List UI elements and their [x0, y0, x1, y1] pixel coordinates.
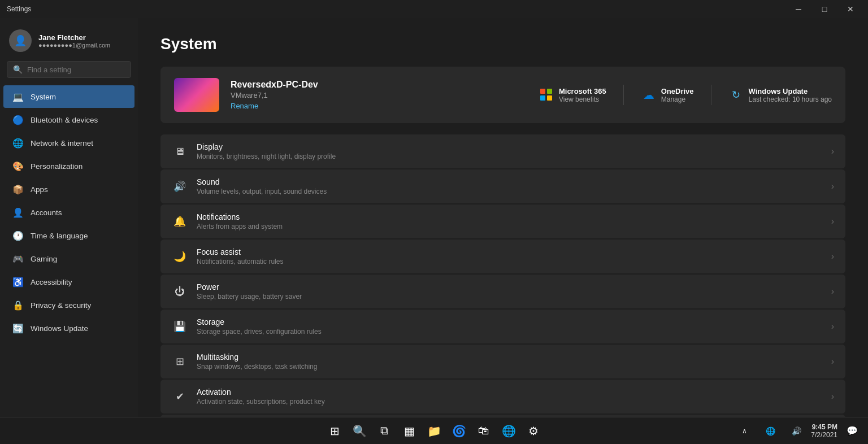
settings-desc-focusassist: Notifications, automatic rules	[197, 258, 822, 265]
settings-item-power[interactable]: ⏻ Power Sleep, battery usage, battery sa…	[160, 275, 845, 308]
sidebar-item-system[interactable]: 💻 System	[3, 85, 134, 108]
settings-desc-storage: Storage space, drives, configuration rul…	[197, 328, 822, 336]
service-item-ms365[interactable]: Microsoft 365 View benefits	[539, 85, 606, 105]
main-area: 👤 Jane Fletcher ●●●●●●●●●1@gmail.com 🔍 💻…	[0, 18, 868, 417]
service-logo-windowsupdate: ↻	[728, 87, 744, 103]
settings-text-storage: Storage Storage space, drives, configura…	[197, 317, 822, 336]
settings-item-notifications[interactable]: 🔔 Notifications Alerts from apps and sys…	[160, 204, 845, 238]
nav-icon-accessibility: ♿	[12, 276, 24, 288]
maximize-button[interactable]: □	[811, 0, 837, 18]
settings-icon-display: 🖥	[172, 143, 188, 159]
sidebar-item-time[interactable]: 🕐 Time & language	[3, 224, 134, 247]
settings-icon-storage: 💾	[172, 319, 188, 334]
sidebar-item-gaming[interactable]: 🎮 Gaming	[3, 247, 134, 270]
settings-list: 🖥 Display Monitors, brightness, night li…	[160, 134, 845, 417]
nav-label-network: Network & internet	[31, 139, 93, 147]
settings-item-sound[interactable]: 🔊 Sound Volume levels, output, input, so…	[160, 169, 845, 203]
service-item-windowsupdate[interactable]: ↻ Windows Update Last checked: 10 hours …	[728, 85, 832, 105]
taskbar-icon-taskview[interactable]: ⧉	[373, 420, 396, 442]
service-logo-onedrive: ☁	[641, 87, 657, 103]
taskbar-icon-chrome[interactable]: 🌐	[497, 420, 520, 442]
settings-icon-notifications: 🔔	[172, 214, 188, 229]
nav-label-time: Time & language	[31, 232, 88, 240]
settings-item-display[interactable]: 🖥 Display Monitors, brightness, night li…	[160, 134, 845, 168]
sidebar-item-network[interactable]: 🌐 Network & internet	[3, 132, 134, 154]
taskbar-icon-widgets[interactable]: ▦	[398, 420, 420, 442]
taskbar-notification[interactable]: 💬	[841, 420, 863, 442]
nav-icon-gaming: 🎮	[12, 253, 24, 264]
settings-item-focusassist[interactable]: 🌙 Focus assist Notifications, automatic …	[160, 240, 845, 273]
nav-label-gaming: Gaming	[31, 255, 57, 263]
minimize-button[interactable]: ─	[785, 0, 811, 18]
service-action-windowsupdate: Last checked: 10 hours ago	[749, 95, 832, 103]
service-item-onedrive[interactable]: ☁ OneDrive Manage	[641, 85, 694, 105]
nav-icon-personalization: 🎨	[12, 160, 24, 172]
taskbar-network[interactable]: 🌐	[759, 420, 782, 442]
settings-item-activation[interactable]: ✔ Activation Activation state, subscript…	[160, 380, 845, 413]
settings-title-notifications: Notifications	[197, 212, 822, 221]
settings-text-activation: Activation Activation state, subscriptio…	[197, 388, 822, 406]
settings-chevron-focusassist: ›	[831, 251, 834, 262]
nav-label-accounts: Accounts	[31, 208, 62, 217]
user-profile[interactable]: 👤 Jane Fletcher ●●●●●●●●●1@gmail.com	[0, 18, 138, 61]
settings-item-storage[interactable]: 💾 Storage Storage space, drives, configu…	[160, 310, 845, 343]
device-name: ReversedxD-PC-Dev	[231, 80, 527, 90]
search-input[interactable]	[27, 66, 125, 74]
sidebar-nav: 💻 System 🔵 Bluetooth & devices 🌐 Network…	[0, 85, 138, 340]
sidebar-item-apps[interactable]: 📦 Apps	[3, 178, 134, 201]
service-info-onedrive: OneDrive Manage	[661, 87, 694, 103]
nav-label-system: System	[31, 93, 56, 101]
titlebar: Settings ─ □ ✕	[0, 0, 868, 18]
device-info: ReversedxD-PC-Dev VMware7,1 Rename	[231, 80, 527, 111]
taskbar-center: ⊞🔍⧉▦📁🌀🛍🌐⚙	[323, 420, 545, 442]
sidebar-item-accessibility[interactable]: ♿ Accessibility	[3, 271, 134, 293]
settings-text-sound: Sound Volume levels, output, input, soun…	[197, 177, 822, 195]
sidebar-item-bluetooth[interactable]: 🔵 Bluetooth & devices	[3, 108, 134, 131]
settings-chevron-display: ›	[831, 146, 834, 156]
taskbar-tray[interactable]: ∧	[733, 420, 756, 442]
settings-text-focusassist: Focus assist Notifications, automatic ru…	[197, 247, 822, 265]
settings-text-power: Power Sleep, battery usage, battery save…	[197, 282, 822, 301]
nav-icon-privacy: 🔒	[12, 299, 24, 311]
nav-label-privacy: Privacy & security	[31, 301, 91, 310]
settings-title-sound: Sound	[197, 177, 822, 186]
taskbar-date: 7/2/2021	[811, 431, 837, 439]
taskbar-volume[interactable]: 🔊	[785, 420, 808, 442]
sidebar-item-personalization[interactable]: 🎨 Personalization	[3, 155, 134, 177]
settings-icon-sound: 🔊	[172, 179, 188, 194]
settings-desc-activation: Activation state, subscriptions, product…	[197, 398, 822, 406]
service-action-ms365: View benefits	[559, 95, 606, 103]
page-title: System	[160, 35, 845, 53]
taskbar-icon-start[interactable]: ⊞	[323, 420, 346, 442]
nav-label-personalization: Personalization	[31, 162, 83, 171]
device-rename-link[interactable]: Rename	[231, 102, 258, 110]
settings-icon-activation: ✔	[172, 389, 188, 404]
nav-label-accessibility: Accessibility	[31, 278, 72, 286]
settings-chevron-storage: ›	[831, 321, 834, 332]
window-title: Settings	[7, 5, 31, 13]
settings-title-display: Display	[197, 142, 822, 151]
taskbar-clock[interactable]: 9:45 PM 7/2/2021	[811, 423, 837, 439]
settings-title-activation: Activation	[197, 388, 822, 397]
taskbar-icon-search[interactable]: 🔍	[348, 420, 371, 442]
taskbar-right: ∧ 🌐 🔊 9:45 PM 7/2/2021 💬	[733, 420, 863, 442]
sidebar-item-windowsupdate[interactable]: 🔄 Windows Update	[3, 317, 134, 339]
settings-chevron-activation: ›	[831, 391, 834, 402]
taskbar-icon-settings-app[interactable]: ⚙	[522, 420, 545, 442]
taskbar-icon-explorer[interactable]: 📁	[423, 420, 445, 442]
sidebar-item-privacy[interactable]: 🔒 Privacy & security	[3, 294, 134, 316]
settings-item-multitasking[interactable]: ⊞ Multitasking Snap windows, desktops, t…	[160, 345, 845, 378]
taskbar-icon-edge[interactable]: 🌀	[448, 420, 470, 442]
close-button[interactable]: ✕	[837, 0, 863, 18]
service-info-windowsupdate: Windows Update Last checked: 10 hours ag…	[749, 87, 832, 103]
settings-chevron-notifications: ›	[831, 216, 834, 227]
settings-title-multitasking: Multitasking	[197, 352, 822, 362]
service-divider-1	[623, 85, 624, 105]
settings-text-multitasking: Multitasking Snap windows, desktops, tas…	[197, 352, 822, 371]
taskbar-icon-store[interactable]: 🛍	[472, 420, 495, 442]
sidebar-item-accounts[interactable]: 👤 Accounts	[3, 201, 134, 224]
settings-chevron-sound: ›	[831, 181, 834, 191]
settings-icon-multitasking: ⊞	[172, 354, 188, 369]
service-info-ms365: Microsoft 365 View benefits	[559, 87, 606, 103]
search-box[interactable]: 🔍	[7, 61, 131, 78]
